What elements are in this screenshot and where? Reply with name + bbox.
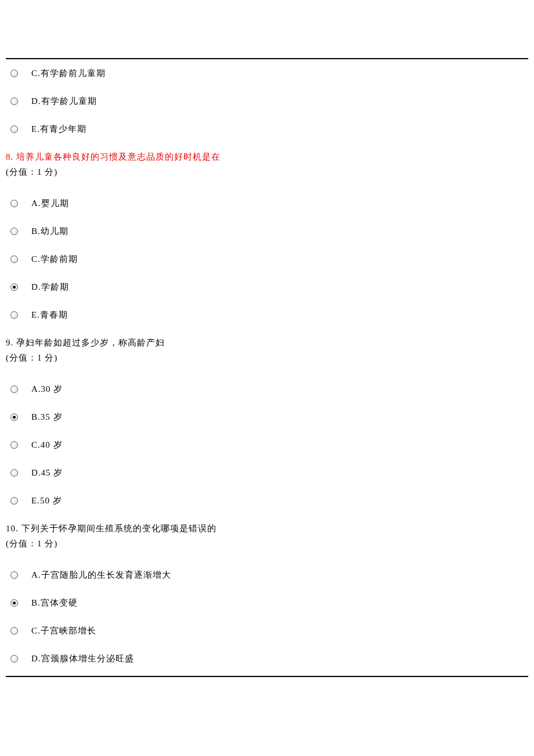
radio-icon — [10, 98, 28, 105]
option-text: C.有学龄前儿童期 — [28, 66, 106, 80]
option-text: E.青春期 — [28, 308, 68, 322]
option-text: A.子宫随胎儿的生长发育逐渐增大 — [28, 568, 171, 582]
question-8: 8. 培养儿童各种良好的习惯及意志品质的好时机是在 (分值：1 分) A.婴儿期… — [6, 146, 528, 332]
option-d-row[interactable]: D.45 岁 — [6, 459, 528, 487]
option-text: C.40 岁 — [28, 438, 63, 452]
option-text: E.有青少年期 — [28, 122, 86, 136]
option-b-row[interactable]: B.幼儿期 — [6, 217, 528, 245]
partial-question-options: C.有学龄前儿童期 D.有学龄儿童期 E.有青少年期 — [6, 59, 528, 146]
option-text: D.学龄期 — [28, 280, 69, 294]
question-number: 10. — [6, 524, 19, 533]
option-text: A.30 岁 — [28, 382, 63, 396]
option-text: B.宫体变硬 — [28, 596, 78, 610]
option-a-row[interactable]: A.子宫随胎儿的生长发育逐渐增大 — [6, 561, 528, 589]
option-c-row[interactable]: C.学龄前期 — [6, 245, 528, 273]
option-d-row[interactable]: D.学龄期 — [6, 273, 528, 301]
option-a-row[interactable]: A.婴儿期 — [6, 189, 528, 217]
question-title: 8. 培养儿童各种良好的习惯及意志品质的好时机是在 — [6, 146, 528, 164]
question-points: (分值：1 分) — [6, 164, 528, 185]
option-c-row[interactable]: C.40 岁 — [6, 431, 528, 459]
radio-icon — [10, 497, 28, 505]
question-number: 9. — [6, 338, 13, 347]
option-e-row[interactable]: E.有青少年期 — [6, 115, 528, 143]
question-points: (分值：1 分) — [6, 350, 528, 370]
radio-icon — [10, 311, 28, 319]
question-title: 10. 下列关于怀孕期间生殖系统的变化哪项是错误的 — [6, 518, 528, 535]
option-text: A.婴儿期 — [28, 196, 69, 210]
option-text: B.幼儿期 — [28, 224, 68, 238]
option-text: C.学龄前期 — [28, 252, 78, 266]
option-c-row[interactable]: C.有学龄前儿童期 — [6, 59, 528, 87]
option-text: D.宫颈腺体增生分泌旺盛 — [28, 651, 134, 665]
radio-icon — [10, 469, 28, 477]
question-10: 10. 下列关于怀孕期间生殖系统的变化哪项是错误的 (分值：1 分) A.子宫随… — [6, 518, 528, 676]
question-number: 8. — [6, 152, 13, 161]
radio-icon — [10, 413, 28, 421]
option-e-row[interactable]: E.50 岁 — [6, 487, 528, 514]
option-b-row[interactable]: B.35 岁 — [6, 403, 528, 431]
option-c-row[interactable]: C.子宫峡部增长 — [6, 617, 528, 645]
option-d-row[interactable]: D.有学龄儿童期 — [6, 87, 528, 115]
question-points: (分值：1 分) — [6, 535, 528, 556]
radio-icon — [10, 571, 28, 579]
option-text: B.35 岁 — [28, 410, 63, 424]
option-a-row[interactable]: A.30 岁 — [6, 375, 528, 403]
radio-icon — [10, 441, 28, 449]
option-e-row[interactable]: E.青春期 — [6, 301, 528, 329]
option-b-row[interactable]: B.宫体变硬 — [6, 589, 528, 617]
radio-icon — [10, 386, 28, 393]
option-text: C.子宫峡部增长 — [28, 624, 96, 638]
radio-icon — [10, 599, 28, 607]
radio-icon — [10, 255, 28, 263]
radio-icon — [10, 228, 28, 235]
option-text: D.45 岁 — [28, 466, 63, 480]
question-text: 孕妇年龄如超过多少岁，称高龄产妇 — [16, 338, 165, 347]
option-d-row[interactable]: D.宫颈腺体增生分泌旺盛 — [6, 645, 528, 672]
radio-icon — [10, 627, 28, 635]
question-title: 9. 孕妇年龄如超过多少岁，称高龄产妇 — [6, 332, 528, 350]
radio-icon — [10, 125, 28, 133]
radio-icon — [10, 655, 28, 663]
question-text: 培养儿童各种良好的习惯及意志品质的好时机是在 — [16, 152, 221, 161]
option-text: D.有学龄儿童期 — [28, 94, 97, 108]
radio-icon — [10, 283, 28, 291]
question-9: 9. 孕妇年龄如超过多少岁，称高龄产妇 (分值：1 分) A.30 岁 B.35… — [6, 332, 528, 518]
radio-icon — [10, 200, 28, 207]
option-text: E.50 岁 — [28, 494, 62, 507]
question-text: 下列关于怀孕期间生殖系统的变化哪项是错误的 — [21, 524, 217, 533]
radio-icon — [10, 70, 28, 77]
